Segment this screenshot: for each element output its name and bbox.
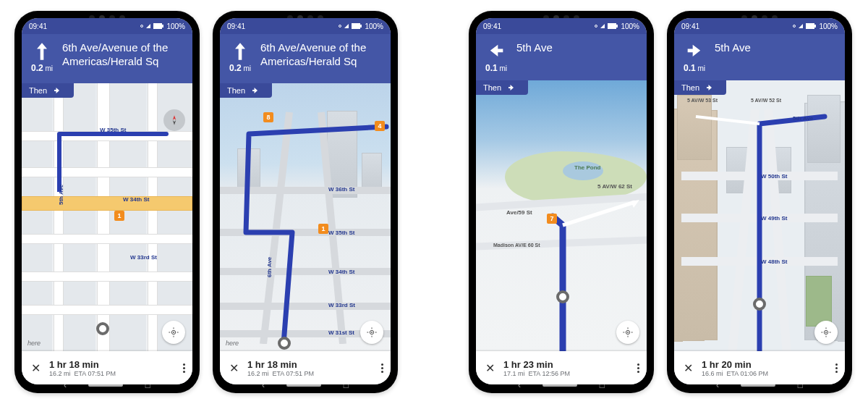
map-view[interactable]: 8 4 1 W 36th St 6th Ave W 35th St W 34th… [220,83,391,351]
direction-header[interactable]: 0.1 mi 5th Ave [674,34,845,80]
street-label: 5th Ave [793,115,813,122]
battery-pct: 100% [166,22,185,30]
street-label: W 35th St [100,127,126,133]
bottom-sheet[interactable]: ✕ 1 hr 18 min 16.2 mi ETA 07:51 PM [22,351,192,384]
then-label: Then [681,83,699,92]
then-chip[interactable]: Then [22,83,74,98]
location-icon [140,25,143,28]
route-marker[interactable]: 8 [263,112,273,122]
turn-right-icon [53,86,61,95]
trip-eta: 01:06 PM [740,370,768,377]
recenter-button[interactable] [360,321,383,344]
more-options-button[interactable] [637,362,639,374]
route-marker[interactable]: 1 [114,211,124,221]
status-time: 09:41 [227,22,245,30]
trip-info: 1 hr 23 min 17.1 mi ETA 12:56 PM [503,359,630,377]
svg-rect-7 [352,23,360,29]
screen: 09:41 100% 0.1 mi 5th Ave Then [476,18,647,384]
svg-marker-3 [173,115,176,120]
map-view[interactable]: The Pond Ave/59 St 5 AV/W 62 St Madison … [476,80,647,351]
trip-eta: 12:56 PM [542,370,570,377]
eta-label: ETA [529,370,540,377]
close-navigation-button[interactable]: ✕ [227,361,240,375]
svg-rect-8 [360,25,362,28]
then-chip[interactable]: Then [476,80,528,95]
current-location-icon [753,298,766,311]
bottom-sheet[interactable]: ✕ 1 hr 23 min 17.1 mi ETA 12:56 PM [476,351,647,384]
eta-label: ETA [727,370,739,377]
street-label: W 34th St [123,196,149,203]
street-label: W 33rd St [130,254,157,261]
street-label: W 48th St [761,258,787,265]
location-icon [595,25,597,28]
svg-point-6 [173,332,174,333]
phone-frame: ‹□ 09:41 100% 0.2 mi 6th Ave/Avenue of t… [14,11,200,393]
direction-distance: 0.1 mi [485,63,507,73]
status-time: 09:41 [681,22,699,30]
direction-header[interactable]: 0.1 mi 5th Ave [476,34,647,80]
battery-icon [153,23,163,29]
close-navigation-button[interactable]: ✕ [29,361,42,375]
provider-watermark: here [27,340,41,347]
more-options-button[interactable] [835,362,838,374]
battery-icon [806,23,816,29]
direction-header[interactable]: 0.2 mi 6th Ave/Avenue of the Americas/He… [220,34,391,83]
direction-straight-icon [32,41,52,62]
direction-header[interactable]: 0.2 mi 6th Ave/Avenue of the Americas/He… [22,34,192,83]
street-label: W 31st St [328,329,354,336]
screen: 09:41 100% 0.2 mi 6th Ave/Avenue of the … [220,18,391,384]
status-time: 09:41 [483,22,501,30]
status-bar: 09:41 100% [674,18,845,34]
route-marker[interactable]: 1 [318,224,328,234]
direction-street: 6th Ave/Avenue of the Americas/Herald Sq [62,41,184,76]
current-location-icon [278,337,291,350]
compass-button[interactable] [163,109,185,131]
street-label: 5 AV/W 52 St [751,98,781,103]
turn-right-icon [251,86,260,95]
recenter-button[interactable] [616,321,639,344]
eta-label: ETA [273,370,284,377]
close-navigation-button[interactable]: ✕ [483,361,496,375]
map-view[interactable]: 1 W 35th St 5th Ave W 34th St W 33rd St … [22,83,192,351]
route-polyline [476,80,647,351]
route-marker[interactable]: 4 [375,121,385,131]
direction-street: 5th Ave [516,41,638,73]
svg-rect-11 [608,23,616,29]
phone-frame: ‹□ 09:41 100% 0.2 mi 6th Ave/Avenue of t… [213,11,398,393]
bottom-sheet[interactable]: ✕ 1 hr 20 min 16.6 mi ETA 01:06 PM [674,351,845,384]
poi-label: The Pond [574,164,600,171]
signal-icon [600,24,605,28]
trip-info: 1 hr 18 min 16.2 mi ETA 07:51 PM [49,359,176,377]
route-marker[interactable]: 7 [547,214,557,224]
recenter-button[interactable] [162,321,185,344]
map-view[interactable]: 5 AV/W 53 St 5 AV/W 52 St 5th Ave W 50th… [674,80,845,351]
trip-duration: 1 hr 18 min [247,359,374,370]
signal-icon [799,24,803,28]
then-chip[interactable]: Then [674,80,726,95]
battery-pct: 100% [819,22,838,30]
street-label: W 36th St [328,186,354,193]
street-label: Madison AV/E 60 St [493,243,540,248]
direction-distance: 0.2 mi [229,63,251,73]
phone-frame: ‹□ 09:41 100% 0.1 mi 5th Ave Then [667,11,852,393]
svg-point-19 [825,332,827,333]
street-label: 5 AV/W 53 St [687,98,718,103]
trip-info: 1 hr 20 min 16.6 mi ETA 01:06 PM [702,359,828,377]
bottom-sheet[interactable]: ✕ 1 hr 18 min 16.2 mi ETA 07:51 PM [220,351,391,384]
more-options-button[interactable] [183,362,185,374]
phone-frame: ‹□ 09:41 100% 0.1 mi 5th Ave Then [469,11,654,393]
trip-distance: 17.1 mi [503,370,525,377]
location-icon [793,25,796,28]
recenter-button[interactable] [814,321,838,344]
trip-duration: 1 hr 18 min [49,359,176,370]
direction-turn-right-icon [684,41,705,62]
more-options-button[interactable] [381,362,383,374]
svg-rect-16 [806,23,814,29]
svg-rect-12 [616,25,618,28]
close-navigation-button[interactable]: ✕ [681,361,694,375]
then-chip[interactable]: Then [220,83,272,98]
then-label: Then [227,86,245,95]
current-location-icon [96,322,109,335]
route-polyline [220,83,391,344]
trip-duration: 1 hr 20 min [702,359,828,370]
